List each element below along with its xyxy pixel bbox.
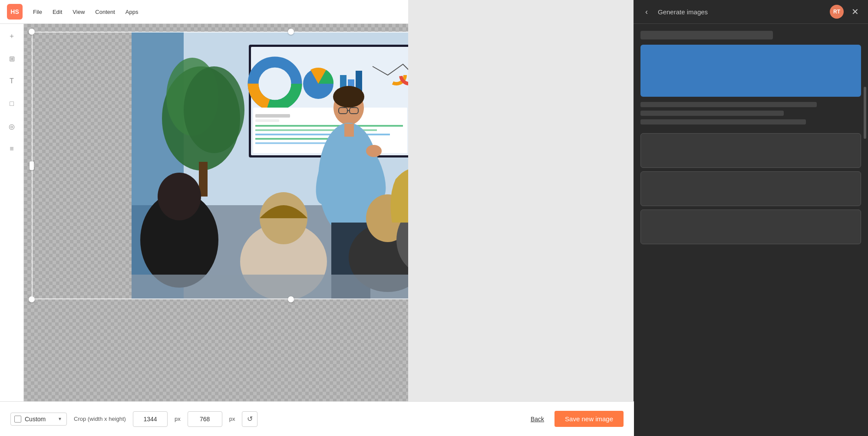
back-link[interactable]: Back <box>531 416 544 423</box>
height-input[interactable] <box>188 411 222 427</box>
svg-point-6 <box>184 66 244 153</box>
panel-content-placeholder-1 <box>640 31 773 39</box>
handle-bottom-middle[interactable] <box>288 296 294 302</box>
bottom-toolbar: Custom ▼ Crop (width x height) px px ↺ B… <box>0 401 634 436</box>
panel-header: ‹ Generate images RT ✕ <box>634 0 868 24</box>
handle-middle-left[interactable] <box>30 161 34 170</box>
svg-point-37 <box>366 145 382 157</box>
preset-checkbox[interactable] <box>14 416 21 423</box>
dropdown-arrow-icon: ▼ <box>58 416 62 421</box>
width-input[interactable] <box>133 411 168 427</box>
nav-content[interactable]: Content <box>95 7 115 17</box>
right-panel: ‹ Generate images RT ✕ <box>634 0 868 436</box>
svg-rect-48 <box>132 275 408 299</box>
svg-rect-21 <box>255 114 290 118</box>
handle-top-middle[interactable] <box>288 29 294 35</box>
sidebar-media-icon[interactable]: ◎ <box>5 119 19 133</box>
svg-point-40 <box>158 173 201 220</box>
svg-rect-34 <box>344 124 354 137</box>
panel-avatar: RT <box>830 5 844 19</box>
panel-text-1 <box>640 102 817 107</box>
nav-apps[interactable]: Apps <box>125 7 139 17</box>
panel-scrollbar[interactable] <box>864 87 866 139</box>
refresh-button[interactable]: ↺ <box>242 411 257 427</box>
svg-rect-22 <box>255 119 279 122</box>
panel-title: Generate images <box>658 8 825 16</box>
panel-image-placeholder <box>640 45 861 97</box>
sidebar-grid-icon[interactable]: ⊞ <box>5 52 19 66</box>
panel-text-3 <box>640 119 806 125</box>
handle-top-left[interactable] <box>29 29 35 35</box>
panel-item-1[interactable] <box>640 133 861 168</box>
transparent-left <box>32 32 132 299</box>
panel-content <box>634 24 868 436</box>
panel-item-2[interactable] <box>640 171 861 206</box>
sidebar-text-icon[interactable]: T <box>5 74 19 88</box>
svg-point-29 <box>333 86 364 108</box>
sidebar-add-icon[interactable]: ＋ <box>5 29 19 43</box>
canvas-area <box>24 24 408 401</box>
top-nav: HS File Edit View Content Apps <box>0 0 408 24</box>
svg-rect-23 <box>255 125 403 127</box>
crop-dimensions-label: Crop (width x height) <box>74 416 126 422</box>
app-logo: HS <box>7 4 23 20</box>
save-new-image-button[interactable]: Save new image <box>554 411 624 427</box>
preset-dropdown[interactable]: Custom ▼ <box>10 413 67 426</box>
nav-view[interactable]: View <box>73 7 85 17</box>
svg-rect-25 <box>255 134 390 135</box>
panel-back-button[interactable]: ‹ <box>640 6 653 18</box>
nav-edit[interactable]: Edit <box>53 7 62 17</box>
handle-bottom-left[interactable] <box>29 296 35 302</box>
sidebar-layers-icon[interactable]: ≡ <box>5 142 19 156</box>
nav-file[interactable]: File <box>33 7 42 17</box>
svg-point-13 <box>263 72 287 96</box>
panel-close-button[interactable]: ✕ <box>849 6 861 18</box>
panel-item-3[interactable] <box>640 210 861 244</box>
main-image <box>132 32 408 299</box>
left-sidebar: ＋ ⊞ T □ ◎ ≡ <box>0 24 24 401</box>
crop-container[interactable] <box>32 32 408 299</box>
sidebar-shape-icon[interactable]: □ <box>5 97 19 111</box>
panel-text-2 <box>640 111 784 116</box>
preset-label: Custom <box>25 416 54 423</box>
px-label-height: px <box>229 416 235 422</box>
px-label-width: px <box>175 416 181 422</box>
